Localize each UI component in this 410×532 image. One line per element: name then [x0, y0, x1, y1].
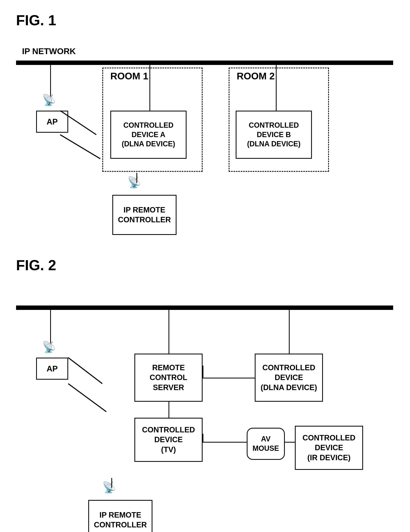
- fig1-controller-antenna: 📡: [127, 177, 141, 188]
- fig1-room1-vline: [149, 65, 150, 111]
- svg-line-2: [68, 358, 102, 384]
- fig1-network-line: [16, 61, 393, 65]
- fig2-rcs-tv-vline: [168, 402, 169, 418]
- fig2-tv-right-vline: [203, 434, 203, 442]
- fig2-ctrl-tv-box: CONTROLLED DEVICE (TV): [134, 418, 203, 462]
- fig2-av-mouse-box: AV MOUSE: [247, 428, 285, 460]
- fig1-controller-box: IP REMOTE CONTROLLER: [112, 195, 176, 235]
- fig1-room1-device: CONTROLLED DEVICE A (DLNA DEVICE): [110, 111, 186, 159]
- fig2-ctrl-vline: [111, 478, 112, 488]
- fig1-ctrl-vline: [137, 173, 137, 183]
- fig2-rcs-right-vline: [203, 366, 203, 378]
- fig2-ap-lines: [68, 358, 128, 438]
- fig1-network-label: IP NETWORK: [22, 47, 76, 56]
- fig2-rcs-vline: [168, 310, 169, 354]
- fig2-network-line: [16, 305, 393, 310]
- fig2-dlna-vline-top: [289, 310, 290, 354]
- fig2-rcs-box: REMOTE CONTROL SERVER: [134, 354, 203, 402]
- fig2-ctrl-ir-box: CONTROLLED DEVICE (IR DEVICE): [295, 426, 363, 470]
- fig1-room1-label: ROOM 1: [110, 71, 148, 82]
- fig1-room2-label: ROOM 2: [237, 71, 275, 82]
- svg-line-0: [60, 111, 96, 135]
- fig2-dlna-left-vline: [255, 366, 255, 378]
- fig1-label: FIG. 1: [16, 12, 394, 28]
- fig1-room2-vline: [276, 65, 277, 111]
- fig2-label: FIG. 2: [16, 257, 394, 273]
- fig2-ap-antenna: 📡: [42, 342, 56, 352]
- fig2-controller-antenna: 📡: [102, 482, 116, 493]
- svg-line-3: [68, 384, 106, 412]
- fig2-controller-box: IP REMOTE CONTROLLER: [88, 500, 152, 532]
- svg-line-1: [60, 135, 100, 159]
- fig1-room2-device: CONTROLLED DEVICE B (DLNA DEVICE): [236, 111, 312, 159]
- fig2-ctrl-dlna-box: CONTROLLED DEVICE (DLNA DEVICE): [255, 354, 323, 402]
- fig1-ap-antenna: 📡: [42, 95, 56, 106]
- fig2-ap-box: AP: [36, 358, 68, 380]
- fig2-ap-vline: [50, 310, 51, 346]
- fig2-rcs-dlna-hline: [203, 378, 255, 379]
